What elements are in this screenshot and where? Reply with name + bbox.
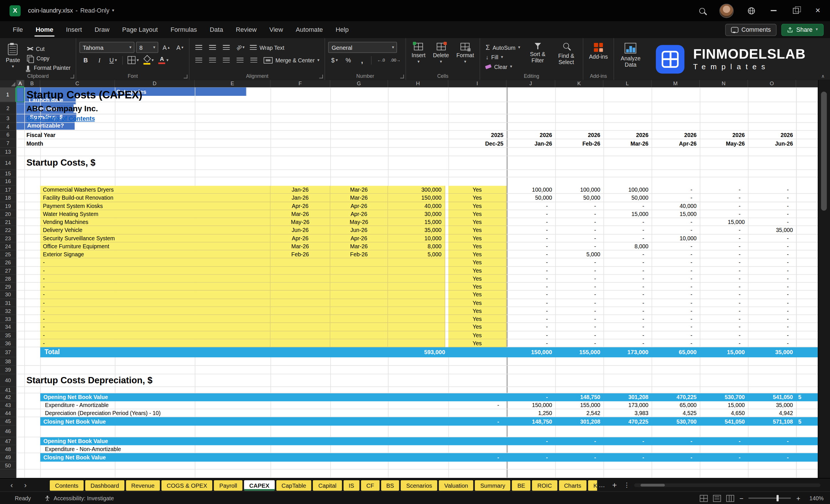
- cell[interactable]: 593,000: [388, 347, 445, 357]
- month-label[interactable]: Month: [27, 139, 43, 148]
- cell[interactable]: -: [700, 299, 741, 307]
- cell[interactable]: 100,000: [555, 186, 600, 194]
- sheet-grid[interactable]: Startup Costs (CAPEX)ABC Company Inc.Go …: [16, 87, 818, 478]
- decrease-decimal-button[interactable]: .00→: [389, 55, 402, 65]
- row-header-21[interactable]: 21: [0, 218, 16, 226]
- cell[interactable]: -: [40, 307, 270, 315]
- globe-icon[interactable]: [746, 6, 756, 15]
- cell[interactable]: -: [748, 331, 789, 339]
- row-header-45[interactable]: 45: [0, 417, 16, 426]
- ribbon-tab-insert[interactable]: Insert: [61, 21, 87, 38]
- sheet-nav-left-icon[interactable]: ‹: [6, 480, 17, 490]
- cell[interactable]: Security Surveillance System: [40, 234, 270, 242]
- sheet-tab-captable[interactable]: CapTable: [276, 480, 312, 491]
- row-header-14[interactable]: 14: [0, 156, 16, 170]
- cell[interactable]: Jan-26: [507, 139, 552, 148]
- cell[interactable]: 40,000: [651, 202, 696, 210]
- cell[interactable]: -: [700, 291, 741, 299]
- cell[interactable]: 65,000: [651, 347, 696, 357]
- cell[interactable]: Water Heating System: [40, 210, 270, 218]
- row-header-48[interactable]: 48: [0, 445, 16, 453]
- comments-button[interactable]: Comments: [725, 24, 777, 36]
- cell[interactable]: -: [748, 210, 789, 218]
- cell[interactable]: -: [651, 283, 693, 291]
- cell[interactable]: 8,000: [604, 242, 648, 250]
- cell[interactable]: 4,650: [700, 409, 745, 417]
- bold-button[interactable]: B: [79, 55, 92, 65]
- format-painter-button[interactable]: Format Painter: [25, 63, 73, 72]
- row-header-2[interactable]: 2: [0, 102, 16, 115]
- cell[interactable]: [388, 307, 445, 315]
- cell[interactable]: 541,050: [748, 393, 793, 401]
- cell[interactable]: 148,750: [507, 417, 552, 426]
- cell[interactable]: -: [555, 315, 596, 323]
- cell[interactable]: Yes: [448, 266, 507, 275]
- cell[interactable]: 301,208: [604, 393, 648, 401]
- cell[interactable]: 541,050: [700, 417, 745, 426]
- cell[interactable]: [270, 259, 330, 266]
- cell[interactable]: -: [555, 275, 596, 283]
- autosum-button[interactable]: ΣAutoSum▾: [484, 43, 522, 52]
- row-header-33[interactable]: 33: [0, 315, 16, 323]
- cell[interactable]: -: [700, 283, 741, 291]
- sheet-tab-revenue[interactable]: Revenue: [126, 480, 160, 491]
- cell[interactable]: -: [700, 210, 741, 218]
- cell[interactable]: -: [555, 323, 596, 331]
- cell[interactable]: 35,000: [388, 226, 445, 234]
- row-header-42[interactable]: 42: [0, 393, 16, 401]
- row-header-7[interactable]: 7: [0, 139, 16, 148]
- cell[interactable]: -: [40, 339, 270, 347]
- cell[interactable]: [270, 283, 330, 291]
- horizontal-scrollbar-thumb[interactable]: [640, 484, 665, 486]
- cell[interactable]: [270, 315, 330, 323]
- zoom-in-icon[interactable]: +: [796, 494, 800, 502]
- page-layout-view-button[interactable]: [713, 495, 721, 502]
- decrease-indent-button[interactable]: [234, 55, 247, 65]
- row-header-44[interactable]: 44: [0, 409, 16, 417]
- cell[interactable]: [330, 315, 388, 323]
- column-header-k[interactable]: K: [555, 80, 603, 87]
- increase-indent-button[interactable]: [248, 55, 260, 65]
- cell[interactable]: 10,000: [388, 234, 445, 242]
- borders-button[interactable]: ▾: [126, 55, 140, 65]
- row-header-19[interactable]: 19: [0, 202, 16, 210]
- cell[interactable]: -: [604, 453, 644, 462]
- cell[interactable]: 2025: [448, 131, 503, 139]
- cell[interactable]: -: [604, 437, 644, 445]
- cut-button[interactable]: Cut: [25, 44, 73, 53]
- cell[interactable]: Apr-26: [270, 202, 330, 210]
- cell[interactable]: [330, 323, 388, 331]
- cell[interactable]: Yes: [448, 323, 507, 331]
- sheet-tab-payroll[interactable]: Payroll: [214, 480, 242, 491]
- column-header-h[interactable]: H: [388, 80, 448, 87]
- cell[interactable]: 15,000: [700, 218, 745, 226]
- cell[interactable]: Yes: [448, 194, 507, 202]
- cell[interactable]: [270, 266, 330, 275]
- row-header-26[interactable]: 26: [0, 259, 16, 266]
- analyze-data-button[interactable]: Analyze Data: [617, 41, 644, 70]
- ribbon-tab-view[interactable]: View: [264, 21, 288, 38]
- cell[interactable]: [330, 331, 388, 339]
- format-cells-button[interactable]: Format ▾: [454, 41, 477, 66]
- cell[interactable]: Delivery Vehicle: [40, 226, 270, 234]
- cell[interactable]: -: [651, 323, 693, 331]
- cell[interactable]: [388, 259, 445, 266]
- cell[interactable]: [388, 299, 445, 307]
- cell[interactable]: 30,000: [388, 210, 445, 218]
- cell[interactable]: Yes: [448, 331, 507, 339]
- cell[interactable]: -: [700, 259, 741, 266]
- copy-button[interactable]: Copy: [25, 54, 73, 62]
- dialog-launcher-icon[interactable]: [71, 75, 74, 78]
- row-header-13[interactable]: 13: [0, 148, 16, 156]
- cell[interactable]: Yes: [448, 339, 507, 347]
- total-label[interactable]: Total: [44, 347, 60, 357]
- cell[interactable]: 300,000: [388, 186, 445, 194]
- cell[interactable]: Yes: [448, 218, 507, 226]
- cell[interactable]: Apr-26: [651, 139, 696, 148]
- cell[interactable]: [330, 275, 388, 283]
- ribbon-tab-page-layout[interactable]: Page Layout: [117, 21, 163, 38]
- sheet-nav-right-icon[interactable]: ›: [20, 480, 31, 490]
- cell[interactable]: 3,983: [604, 409, 648, 417]
- cell[interactable]: -: [507, 453, 548, 462]
- sheet-tab-contents[interactable]: Contents: [50, 480, 84, 491]
